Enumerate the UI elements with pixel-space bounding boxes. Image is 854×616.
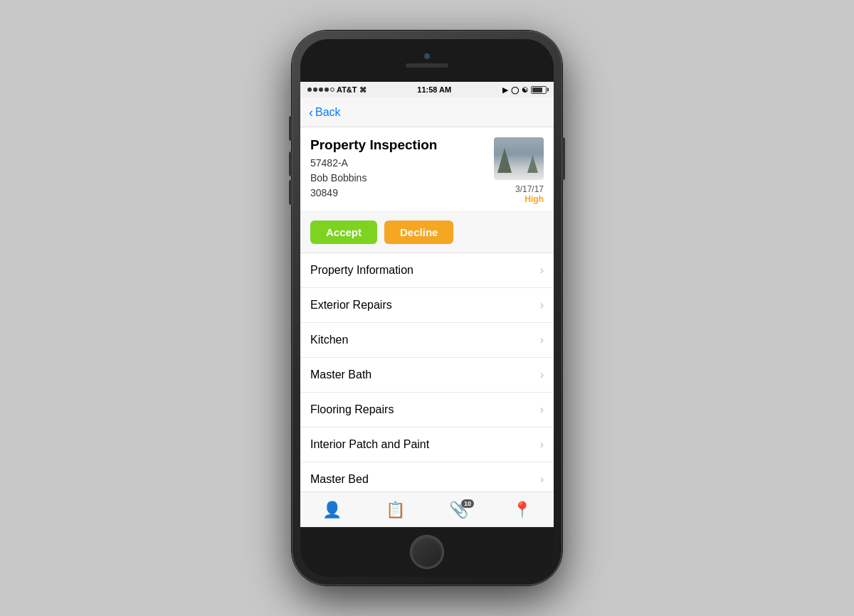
- menu-item[interactable]: Flooring Repairs ›: [300, 393, 554, 428]
- main-content: Property Inspection 57482-A Bob Bobbins …: [300, 127, 554, 492]
- status-bar: AT&T ⌘ 11:58 AM ▶ ◯ ☯: [300, 82, 554, 97]
- signal-icon: [307, 87, 334, 92]
- back-button[interactable]: ‹ Back: [309, 106, 341, 119]
- zip-code: 30849: [310, 186, 487, 201]
- clock: 11:58 AM: [417, 85, 451, 94]
- menu-item-label: Flooring Repairs: [310, 403, 394, 416]
- menu-item-label: Interior Patch and Paint: [310, 438, 429, 451]
- attachments-tab[interactable]: 📎 10: [449, 502, 468, 518]
- date-priority: 3/17/17 High: [515, 184, 544, 204]
- chevron-right-icon: ›: [540, 438, 544, 451]
- menu-item-label: Master Bath: [310, 368, 371, 381]
- chevron-right-icon: ›: [540, 299, 544, 312]
- chevron-right-icon: ›: [540, 264, 544, 277]
- status-left: AT&T ⌘: [307, 85, 367, 94]
- front-camera-icon: [424, 53, 430, 59]
- chevron-right-icon: ›: [540, 334, 544, 346]
- chevron-right-icon: ›: [540, 403, 544, 416]
- action-buttons: Accept Decline: [300, 212, 554, 253]
- accept-button[interactable]: Accept: [310, 221, 377, 244]
- menu-item[interactable]: Master Bed ›: [300, 462, 554, 492]
- menu-item[interactable]: Interior Patch and Paint ›: [300, 428, 554, 462]
- back-chevron-icon: ‹: [309, 106, 313, 119]
- top-bezel: [300, 39, 554, 82]
- person-icon: 👤: [322, 501, 342, 519]
- alarm-icon: ◯: [511, 86, 519, 94]
- inspection-title: Property Inspection: [310, 137, 487, 153]
- screen-content: AT&T ⌘ 11:58 AM ▶ ◯ ☯ ‹ Back: [300, 82, 554, 527]
- menu-item[interactable]: Kitchen ›: [300, 323, 554, 358]
- attachment-badge: 10: [461, 499, 474, 508]
- chevron-right-icon: ›: [540, 473, 544, 486]
- tab-bar: 👤 📋 📎 10 📍: [300, 492, 554, 527]
- carrier-label: AT&T: [337, 85, 357, 94]
- menu-item[interactable]: Master Bath ›: [300, 358, 554, 393]
- header-right: 3/17/17 High: [487, 137, 544, 204]
- header-info: Property Inspection 57482-A Bob Bobbins …: [310, 137, 487, 201]
- inspection-date: 3/17/17: [515, 184, 544, 194]
- home-button[interactable]: [411, 536, 443, 568]
- owner-name: Bob Bobbins: [310, 171, 487, 186]
- property-image: [494, 137, 544, 180]
- menu-item-label: Master Bed: [310, 473, 369, 486]
- wifi-icon: ⌘: [359, 86, 367, 94]
- bluetooth-icon: ☯: [522, 86, 528, 94]
- status-right: ▶ ◯ ☯: [502, 86, 547, 94]
- decline-button[interactable]: Decline: [384, 221, 453, 244]
- bottom-bezel: [300, 527, 554, 577]
- menu-item[interactable]: Exterior Repairs ›: [300, 288, 554, 323]
- location-status-icon: ▶: [502, 86, 508, 94]
- location-icon: 📍: [512, 501, 532, 519]
- menu-item-label: Exterior Repairs: [310, 299, 392, 312]
- priority-label: High: [515, 194, 544, 204]
- phone-frame: AT&T ⌘ 11:58 AM ▶ ◯ ☯ ‹ Back: [292, 31, 562, 585]
- location-tab[interactable]: 📍: [512, 502, 532, 518]
- battery-icon: [531, 86, 547, 94]
- navigation-bar: ‹ Back: [300, 97, 554, 127]
- person-tab[interactable]: 👤: [322, 502, 342, 518]
- list-tab[interactable]: 📋: [386, 502, 405, 518]
- property-id: 57482-A: [310, 156, 487, 171]
- list-icon: 📋: [386, 501, 405, 519]
- back-label: Back: [315, 106, 341, 119]
- menu-list: Property Information › Exterior Repairs …: [300, 253, 554, 492]
- menu-item-label: Property Information: [310, 264, 413, 277]
- phone-screen: AT&T ⌘ 11:58 AM ▶ ◯ ☯ ‹ Back: [300, 39, 554, 577]
- speaker: [406, 63, 448, 68]
- header-section: Property Inspection 57482-A Bob Bobbins …: [300, 127, 554, 212]
- menu-item[interactable]: Property Information ›: [300, 253, 554, 288]
- menu-item-label: Kitchen: [310, 334, 348, 346]
- chevron-right-icon: ›: [540, 368, 544, 381]
